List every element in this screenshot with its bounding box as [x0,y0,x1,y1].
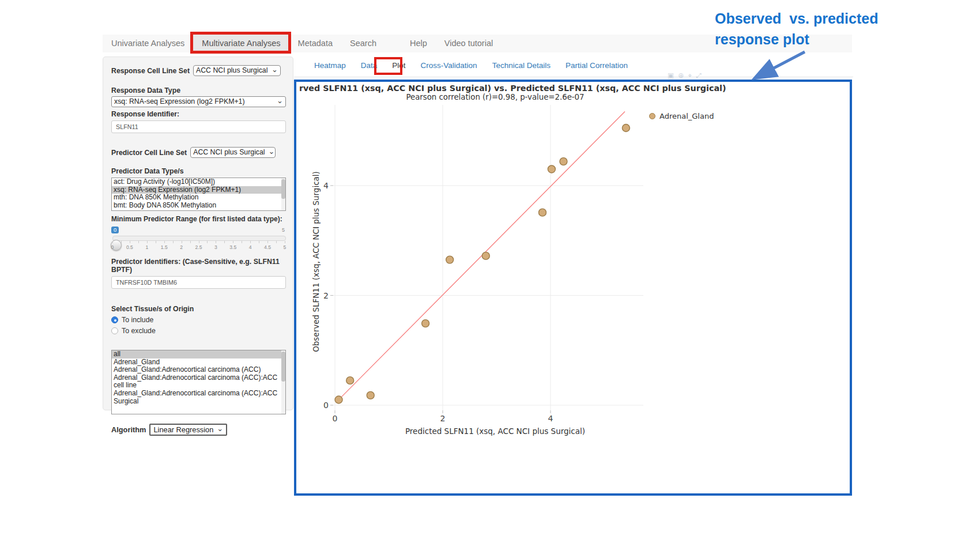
response-identifier-label: Response Identifier: [111,110,286,118]
nav-item-video-tutorial[interactable]: Video tutorial [436,35,502,52]
data-point[interactable] [548,165,555,173]
x-tick-label: 2 [440,414,446,423]
plotly-modebar[interactable]: ▣⊕⌖⤢ [668,71,702,80]
chevron-down-icon: ⌄ [277,98,283,104]
tab-partial-correlation[interactable]: Partial Correlation [566,61,628,70]
min-predictor-range-slider[interactable]: 0 5 00.511.522.533.544.55 [111,227,286,251]
annotation-arrow-icon [745,48,814,84]
response-data-type-select[interactable]: xsq: RNA-seq Expression (log2 FPKM+1) ⌄ [111,96,286,107]
radio-label: To include [122,316,153,324]
radio-label: To exclude [122,327,156,335]
legend[interactable]: Adrenal_Gland [649,112,714,120]
predictor-cell-line-set-label: Predictor Cell Line Set [111,149,187,157]
tissue-listbox[interactable]: allAdrenal_GlandAdrenal_Gland:Adrenocort… [111,350,286,414]
list-option[interactable]: Adrenal_Gland:Adrenocortical carcinoma (… [112,390,285,405]
x-axis-label: Predicted SLFN11 (xsq, ACC NCI plus Surg… [325,427,665,436]
data-point[interactable] [482,252,489,259]
scatter-plot[interactable]: 024024 [323,104,664,441]
scrollbar[interactable] [281,350,285,414]
analysis-settings-sidebar: Response Cell Line Set ACC NCI plus Surg… [103,56,293,410]
data-point[interactable] [346,377,354,384]
scrollbar-thumb[interactable] [281,352,285,382]
scrollbar-thumb[interactable] [281,179,285,199]
predictor-cell-line-set-select[interactable]: ACC NCI plus Surgical ⌄ [190,147,276,158]
slider-tick-label: 1.5 [161,244,168,250]
slider-tick-label: 2 [180,244,183,250]
data-point[interactable] [560,158,567,165]
data-point[interactable] [622,124,630,131]
slider-tick-label: 3.5 [229,244,236,250]
slider-tick-label: 5 [284,244,287,250]
list-option[interactable]: all [112,350,285,358]
chevron-down-icon: ⌄ [217,426,223,432]
slider-tick-label: 0 [111,244,114,250]
nav-item-multivariate-analyses[interactable]: Multivariate Analyses [193,35,289,52]
y-tick-label: 0 [323,401,329,410]
algorithm-label: Algorithm [111,425,146,434]
tab-technical-details[interactable]: Technical Details [492,61,551,70]
autoscale-icon[interactable]: ⤢ [696,71,702,80]
list-option[interactable]: Adrenal_Gland [112,358,285,367]
predictor-data-types-listbox[interactable]: act: Drug Activity (-log10[IC50M])xsq: R… [111,178,286,211]
tab-heatmap[interactable]: Heatmap [314,61,346,70]
chevron-down-icon: ⌄ [269,149,275,154]
nav-item-help[interactable]: Help [401,35,436,52]
plot-title: rved SLFN11 (xsq, ACC NCI plus Surgical)… [299,84,726,93]
slider-ticks [112,241,285,244]
zoom-icon[interactable]: ⊕ [678,71,684,80]
slider-track[interactable] [112,236,286,241]
x-tick-label: 4 [548,414,553,423]
chevron-down-icon: ⌄ [272,67,278,73]
data-point[interactable] [367,391,374,399]
regression-line [338,111,625,401]
predictor-data-types-label: Predictor Data Type/s [111,167,286,175]
predictor-identifiers-input[interactable]: TNFRSF10D TMBIM6 [111,276,286,289]
slider-tick-label: 3 [214,244,217,250]
radio-button-icon[interactable] [111,327,118,334]
x-tick-label: 0 [333,414,338,423]
tab-cross-validation[interactable]: Cross-Validation [421,61,477,70]
pan-icon[interactable]: ⌖ [688,71,692,80]
list-option[interactable]: xsq: RNA-seq Expression (log2 FPKM+1) [112,186,285,194]
data-point[interactable] [335,396,342,403]
slider-tick-label: 4.5 [264,244,271,250]
response-data-type-label: Response Data Type [111,86,286,95]
tissue-origin-label: Select Tissue/s of Origin [111,305,286,313]
nav-item-metadata[interactable]: Metadata [289,35,341,52]
list-option[interactable]: Adrenal_Gland:Adrenocortical carcinoma (… [112,366,285,374]
data-point[interactable] [538,209,546,216]
slider-tick-label: 2.5 [195,244,202,250]
data-point[interactable] [446,256,454,263]
list-option[interactable]: act: Drug Activity (-log10[IC50M]) [112,178,285,186]
list-option[interactable]: mth: DNA 850K Methylation [112,194,285,202]
annotation-text: Observed vs. predictedresponse plot [715,8,878,50]
tab-data[interactable]: Data [361,61,378,70]
nav-item-search[interactable]: Search [341,35,385,52]
slider-tick-label: 4 [249,244,252,250]
camera-icon[interactable]: ▣ [668,71,674,80]
data-point[interactable] [422,320,429,327]
plot-panel: rved SLFN11 (xsq, ACC NCI plus Surgical)… [294,80,852,496]
response-identifier-input[interactable]: SLFN11 [111,120,286,133]
response-cell-line-set-select[interactable]: ACC NCI plus Surgical ⌄ [193,65,281,76]
scrollbar[interactable] [281,178,285,210]
min-predictor-range-label: Minimum Predictor Range (for first liste… [111,215,286,223]
radio-button-icon[interactable] [111,316,118,323]
slider-tick-label: 1 [145,244,148,250]
predictor-identifiers-label: Predictor Identifiers: (Case-Sensitive, … [111,258,284,274]
list-option[interactable]: bmt: Body DNA 850K Methylation [112,202,285,210]
slider-value-badge: 0 [111,227,119,233]
tab-plot[interactable]: Plot [392,61,405,70]
algorithm-select[interactable]: Linear Regression ⌄ [149,424,227,436]
tissue-origin-radios: To includeTo exclude [111,316,286,335]
nav-item-univariate-analyses[interactable]: Univariate Analyses [103,35,193,52]
slider-tick-label: 0.5 [126,244,133,250]
radio-option-to-exclude[interactable]: To exclude [111,327,286,335]
y-tick-label: 2 [323,291,329,300]
legend-label: Adrenal_Gland [659,112,714,120]
list-option[interactable]: Adrenal_Gland:Adrenocortical carcinoma (… [112,374,285,390]
radio-option-to-include[interactable]: To include [111,316,286,324]
y-tick-label: 4 [323,181,329,190]
y-axis-label: Observed SLFN11 (xsq, ACC NCI plus Surgi… [311,171,321,352]
response-cell-line-set-label: Response Cell Line Set [111,67,190,75]
